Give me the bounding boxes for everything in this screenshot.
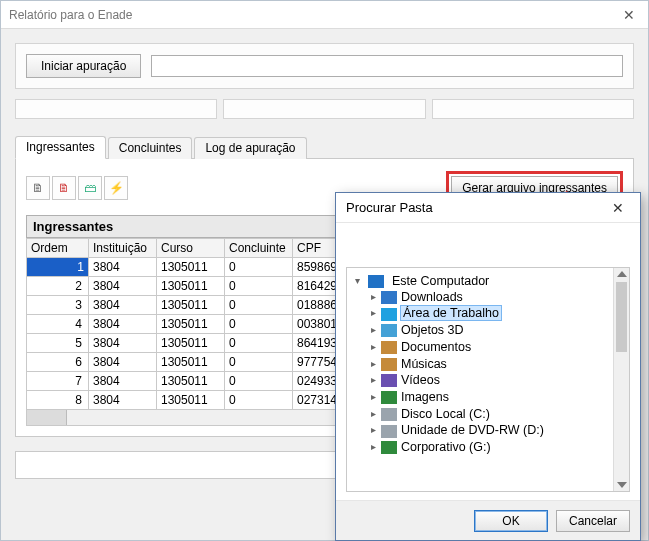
tree-item[interactable]: ▸Disco Local (C:) — [367, 405, 629, 422]
chevron-right-icon[interactable]: ▸ — [367, 441, 379, 452]
col-concluinte[interactable]: Concluinte — [225, 239, 293, 258]
col-ordem[interactable]: Ordem — [27, 239, 89, 258]
tree-root-label[interactable]: Este Computador — [392, 274, 489, 288]
cell-concluinte[interactable]: 0 — [225, 315, 293, 334]
cell-ordem[interactable]: 6 — [27, 353, 89, 372]
delete-icon[interactable]: 🗃 — [78, 176, 102, 200]
cell-curso[interactable]: 1305011 — [157, 277, 225, 296]
tree-item[interactable]: ▸Corporativo (G:) — [367, 438, 629, 455]
cell-ordem[interactable]: 7 — [27, 372, 89, 391]
tabbar: Ingressantes Concluintes Log de apuração — [15, 135, 634, 159]
tree-vscroll-thumb[interactable] — [616, 282, 627, 352]
chevron-right-icon[interactable]: ▸ — [367, 391, 379, 402]
cell-concluinte[interactable]: 0 — [225, 372, 293, 391]
page-red-icon[interactable]: 🗎 — [52, 176, 76, 200]
tree-item-label[interactable]: Documentos — [401, 340, 471, 354]
tree-item-label[interactable]: Corporativo (G:) — [401, 440, 491, 454]
tab-log[interactable]: Log de apuração — [194, 137, 306, 159]
tab-ingressantes[interactable]: Ingressantes — [15, 136, 106, 159]
chevron-right-icon[interactable]: ▸ — [367, 291, 379, 302]
browse-folder-dialog: Procurar Pasta ✕ ▾ Este Computador ▸Down… — [335, 192, 641, 541]
tree-item[interactable]: ▸Imagens — [367, 388, 629, 405]
chevron-right-icon[interactable]: ▸ — [367, 341, 379, 352]
bolt-icon[interactable]: ⚡ — [104, 176, 128, 200]
cell-curso[interactable]: 1305011 — [157, 334, 225, 353]
cell-instituicao[interactable]: 3804 — [89, 258, 157, 277]
cell-instituicao[interactable]: 3804 — [89, 296, 157, 315]
cell-instituicao[interactable]: 3804 — [89, 315, 157, 334]
cell-concluinte[interactable]: 0 — [225, 258, 293, 277]
grid-hscroll-thumb[interactable] — [27, 410, 67, 425]
folder-tree[interactable]: ▾ Este Computador ▸Downloads▸Área de Tra… — [346, 267, 630, 492]
tree-item[interactable]: ▸Músicas — [367, 355, 629, 372]
folder-icon — [381, 408, 397, 421]
chevron-right-icon[interactable]: ▸ — [367, 358, 379, 369]
computer-icon — [368, 275, 384, 288]
cell-curso[interactable]: 1305011 — [157, 391, 225, 410]
toolbar-row: Iniciar apuração — [15, 43, 634, 89]
tree-item[interactable]: ▸Documentos — [367, 338, 629, 355]
tree-item[interactable]: ▸Downloads — [367, 288, 629, 305]
tree-item-label[interactable]: Área de Trabalho — [401, 306, 501, 320]
cell-ordem[interactable]: 5 — [27, 334, 89, 353]
tree-item[interactable]: ▸Área de Trabalho — [367, 304, 629, 321]
folder-icon — [381, 341, 397, 354]
tree-vscrollbar[interactable] — [613, 268, 629, 491]
dialog-close-icon[interactable]: ✕ — [606, 198, 630, 218]
cell-concluinte[interactable]: 0 — [225, 277, 293, 296]
cell-ordem[interactable]: 1 — [27, 258, 89, 277]
folder-icon — [381, 324, 397, 337]
tree-item-label[interactable]: Músicas — [401, 356, 447, 370]
cell-ordem[interactable]: 2 — [27, 277, 89, 296]
tab-concluintes[interactable]: Concluintes — [108, 137, 193, 159]
tree-item-label[interactable]: Imagens — [401, 390, 449, 404]
cancel-button[interactable]: Cancelar — [556, 510, 630, 532]
tree-item-label[interactable]: Disco Local (C:) — [401, 406, 490, 420]
cell-curso[interactable]: 1305011 — [157, 353, 225, 372]
cell-concluinte[interactable]: 0 — [225, 391, 293, 410]
chevron-down-icon[interactable]: ▾ — [351, 275, 363, 286]
close-icon[interactable]: ✕ — [618, 6, 640, 24]
col-curso[interactable]: Curso — [157, 239, 225, 258]
cell-concluinte[interactable]: 0 — [225, 353, 293, 372]
chevron-right-icon[interactable]: ▸ — [367, 307, 379, 318]
cell-curso[interactable]: 1305011 — [157, 258, 225, 277]
folder-icon — [381, 374, 397, 387]
tree-item[interactable]: ▸Unidade de DVD-RW (D:) — [367, 421, 629, 438]
chevron-right-icon[interactable]: ▸ — [367, 408, 379, 419]
cell-ordem[interactable]: 8 — [27, 391, 89, 410]
cell-ordem[interactable]: 4 — [27, 315, 89, 334]
tree-item-label[interactable]: Objetos 3D — [401, 323, 464, 337]
tree-item[interactable]: ▸Objetos 3D — [367, 321, 629, 338]
chevron-right-icon[interactable]: ▸ — [367, 324, 379, 335]
cell-curso[interactable]: 1305011 — [157, 372, 225, 391]
groupbox-1 — [15, 99, 217, 119]
cell-concluinte[interactable]: 0 — [225, 296, 293, 315]
tree-item-label[interactable]: Vídeos — [401, 373, 440, 387]
tree-item[interactable]: ▸Vídeos — [367, 371, 629, 388]
tree-item-label[interactable]: Unidade de DVD-RW (D:) — [401, 423, 544, 437]
dialog-label-area — [336, 223, 640, 261]
cell-instituicao[interactable]: 3804 — [89, 391, 157, 410]
chevron-right-icon[interactable]: ▸ — [367, 424, 379, 435]
cell-concluinte[interactable]: 0 — [225, 334, 293, 353]
cell-instituicao[interactable]: 3804 — [89, 372, 157, 391]
col-instituicao[interactable]: Instituição — [89, 239, 157, 258]
folder-icon — [381, 291, 397, 304]
start-apuracao-button[interactable]: Iniciar apuração — [26, 54, 141, 78]
folder-icon — [381, 425, 397, 438]
chevron-right-icon[interactable]: ▸ — [367, 374, 379, 385]
page-icon[interactable]: 🗎 — [26, 176, 50, 200]
dialog-button-row: OK Cancelar — [336, 500, 640, 540]
tree-root[interactable]: ▾ Este Computador ▸Downloads▸Área de Tra… — [351, 272, 629, 456]
toolbar-zone: Iniciar apuração — [1, 29, 648, 125]
ok-button[interactable]: OK — [474, 510, 548, 532]
cell-curso[interactable]: 1305011 — [157, 315, 225, 334]
cell-instituicao[interactable]: 3804 — [89, 277, 157, 296]
cell-instituicao[interactable]: 3804 — [89, 353, 157, 372]
cell-ordem[interactable]: 3 — [27, 296, 89, 315]
folder-icon — [381, 308, 397, 321]
tree-item-label[interactable]: Downloads — [401, 289, 463, 303]
cell-curso[interactable]: 1305011 — [157, 296, 225, 315]
cell-instituicao[interactable]: 3804 — [89, 334, 157, 353]
